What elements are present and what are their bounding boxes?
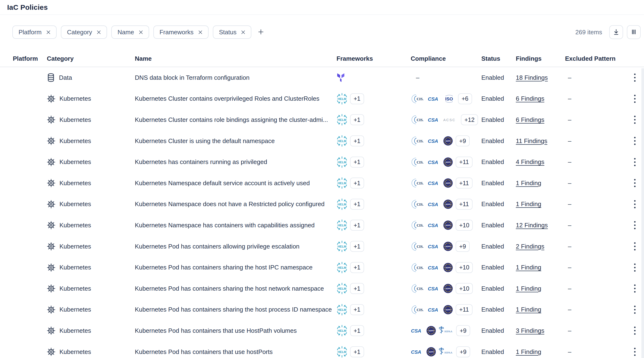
- cis-badge-icon: CIS.: [411, 157, 425, 167]
- frameworks-more-badge[interactable]: +1: [350, 262, 364, 273]
- row-menu-button[interactable]: [632, 114, 637, 126]
- frameworks-more-badge[interactable]: +1: [350, 114, 364, 125]
- svg-text:GDPR: GDPR: [446, 245, 451, 248]
- findings-link[interactable]: 3 Findings: [516, 327, 544, 334]
- row-menu-button[interactable]: [632, 325, 637, 336]
- compliance-more-badge[interactable]: +11: [456, 304, 472, 315]
- vertical-scrollbar[interactable]: [642, 68, 644, 358]
- columns-button[interactable]: [627, 25, 641, 39]
- gdpr-badge-icon: GDPR: [443, 136, 453, 146]
- findings-cell: 4 Findings: [516, 158, 565, 166]
- row-menu-button[interactable]: [632, 198, 637, 210]
- row-menu-button[interactable]: [632, 282, 637, 294]
- table-row[interactable]: Data DNS data block in Terraform configu…: [0, 67, 644, 88]
- frameworks-more-badge[interactable]: +1: [350, 199, 364, 210]
- svg-text:CIS.: CIS.: [417, 203, 424, 206]
- row-menu-button[interactable]: [632, 262, 637, 273]
- download-button[interactable]: [609, 25, 623, 39]
- table-row[interactable]: Kubernetes Kubernetes Pod has containers…: [0, 257, 644, 278]
- compliance-more-badge[interactable]: +11: [456, 157, 472, 168]
- table-row[interactable]: Kubernetes Kubernetes Pod has containers…: [0, 341, 644, 358]
- row-menu-button[interactable]: [632, 177, 637, 189]
- findings-link[interactable]: 2 Findings: [516, 243, 544, 250]
- frameworks-more-badge[interactable]: +1: [350, 157, 364, 168]
- row-menu-button[interactable]: [632, 219, 637, 231]
- frameworks-more-badge[interactable]: +1: [350, 304, 364, 315]
- status-label: Enabled: [481, 200, 516, 208]
- compliance-more-badge[interactable]: +10: [456, 262, 473, 273]
- compliance-more-badge[interactable]: +11: [456, 178, 472, 189]
- close-icon[interactable]: [46, 30, 51, 35]
- table-row[interactable]: Kubernetes Kubernetes Cluster contains o…: [0, 88, 644, 110]
- compliance-more-badge[interactable]: +11: [456, 199, 472, 210]
- close-icon[interactable]: [138, 30, 144, 35]
- helm-icon: HELM: [336, 219, 348, 231]
- kubernetes-icon: [47, 221, 56, 229]
- compliance-more-badge[interactable]: +10: [456, 220, 473, 231]
- row-menu-button[interactable]: [632, 135, 637, 147]
- category-cell: Kubernetes: [47, 221, 135, 229]
- frameworks-more-badge[interactable]: +1: [350, 93, 364, 104]
- close-icon[interactable]: [96, 30, 101, 35]
- compliance-more-badge[interactable]: +12: [461, 114, 478, 125]
- findings-link[interactable]: 11 Findings: [516, 137, 548, 145]
- frameworks-more-badge[interactable]: +1: [350, 178, 364, 189]
- table-row[interactable]: Kubernetes Kubernetes Cluster is using t…: [0, 130, 644, 152]
- row-menu-button[interactable]: [632, 93, 637, 105]
- frameworks-more-badge[interactable]: +1: [350, 325, 364, 336]
- row-menu-button[interactable]: [632, 346, 637, 358]
- findings-link[interactable]: 18 Findings: [516, 74, 548, 81]
- filter-chip-category[interactable]: Category: [61, 26, 107, 39]
- findings-link[interactable]: 1 Finding: [516, 264, 541, 271]
- table-row[interactable]: Kubernetes Kubernetes Pod has containers…: [0, 278, 644, 299]
- findings-link[interactable]: 4 Findings: [516, 158, 544, 165]
- compliance-more-badge[interactable]: +9: [456, 346, 470, 357]
- table-row[interactable]: Kubernetes Kubernetes Pod has containers…: [0, 299, 644, 320]
- table-row[interactable]: Kubernetes Kubernetes Pod has containers…: [0, 236, 644, 257]
- findings-link[interactable]: 1 Finding: [516, 285, 541, 292]
- filter-chip-name[interactable]: Name: [111, 26, 149, 39]
- filter-chip-status[interactable]: Status: [213, 26, 252, 39]
- findings-link[interactable]: 12 Findings: [516, 222, 548, 229]
- filter-chip-platform[interactable]: Platform: [12, 26, 56, 39]
- filter-chip-frameworks[interactable]: Frameworks: [154, 26, 208, 39]
- compliance-more-badge[interactable]: +10: [456, 283, 473, 294]
- add-filter-button[interactable]: [258, 29, 264, 36]
- close-icon[interactable]: [241, 30, 246, 35]
- frameworks-more-badge[interactable]: +1: [350, 135, 364, 146]
- policy-name: Kubernetes Pod has containers sharing th…: [135, 285, 336, 292]
- svg-text:CSA: CSA: [428, 223, 438, 228]
- frameworks-more-badge[interactable]: +1: [350, 220, 364, 231]
- close-icon[interactable]: [198, 30, 203, 35]
- findings-link[interactable]: 1 Finding: [516, 348, 541, 355]
- findings-link[interactable]: 6 Findings: [516, 95, 544, 102]
- row-menu-button[interactable]: [632, 72, 637, 84]
- compliance-more-badge[interactable]: +9: [456, 241, 470, 252]
- compliance-more-badge[interactable]: +9: [456, 325, 470, 336]
- policy-name: Kubernetes Namespace has containers with…: [135, 222, 336, 229]
- table-row[interactable]: Kubernetes Kubernetes Namespace default …: [0, 173, 644, 194]
- frameworks-more-badge[interactable]: +1: [350, 241, 364, 252]
- row-menu-button[interactable]: [632, 156, 637, 168]
- column-header-status: Status: [481, 55, 516, 62]
- findings-link[interactable]: 1 Finding: [516, 306, 541, 313]
- table-row[interactable]: Kubernetes Kubernetes Cluster contains r…: [0, 109, 644, 130]
- frameworks-more-badge[interactable]: +1: [350, 283, 364, 294]
- compliance-more-badge[interactable]: +6: [458, 93, 472, 104]
- findings-cell: 1 Finding: [516, 179, 565, 187]
- table-row[interactable]: Kubernetes Kubernetes has containers run…: [0, 151, 644, 173]
- table-row[interactable]: Kubernetes Kubernetes Namespace does not…: [0, 194, 644, 215]
- helm-icon: HELM: [336, 135, 348, 147]
- svg-text:CIS.: CIS.: [417, 97, 424, 101]
- table-row[interactable]: Kubernetes Kubernetes Namespace has cont…: [0, 215, 644, 236]
- findings-link[interactable]: 6 Findings: [516, 116, 544, 123]
- row-menu-button[interactable]: [632, 304, 637, 316]
- row-menu-button[interactable]: [632, 240, 637, 252]
- helm-icon: HELM: [336, 346, 348, 358]
- compliance-more-badge[interactable]: +9: [456, 135, 470, 146]
- findings-link[interactable]: 1 Finding: [516, 179, 541, 187]
- findings-link[interactable]: 1 Finding: [516, 200, 541, 208]
- category-label: Kubernetes: [60, 137, 91, 145]
- frameworks-more-badge[interactable]: +1: [350, 346, 364, 357]
- table-row[interactable]: Kubernetes Kubernetes Pod has containers…: [0, 320, 644, 341]
